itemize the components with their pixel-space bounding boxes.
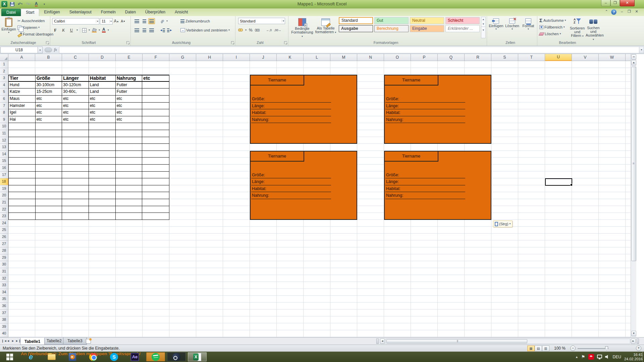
table-cell[interactable] [142, 88, 169, 95]
table-cell[interactable] [142, 82, 169, 88]
table-cell[interactable] [116, 144, 143, 150]
row-header-6[interactable]: 6 [0, 96, 8, 103]
column-header-U[interactable]: U [545, 54, 572, 61]
table-cell[interactable] [62, 165, 89, 171]
taskbar-chrome[interactable] [84, 352, 103, 361]
row-header-35[interactable]: 35 [0, 296, 8, 303]
table-cell[interactable]: etc [36, 116, 62, 123]
table-cell[interactable] [36, 165, 62, 171]
table-cell[interactable] [142, 185, 169, 192]
style-schlecht[interactable]: Schlecht [445, 17, 480, 24]
table-cell[interactable] [142, 158, 169, 164]
font-name-combo[interactable]: Calibri▾ [52, 18, 99, 24]
table-cell[interactable] [36, 192, 62, 199]
table-cell[interactable] [89, 199, 116, 206]
table-cell[interactable] [62, 199, 89, 206]
table-cell[interactable] [9, 206, 36, 213]
row-header-8[interactable]: 8 [0, 109, 8, 116]
table-cell[interactable] [62, 213, 89, 220]
table-cell[interactable] [62, 185, 89, 192]
table-cell[interactable] [142, 103, 169, 109]
table-cell[interactable] [116, 199, 143, 206]
decrease-indent-button[interactable]: ◄ [159, 27, 166, 33]
sort-filter-button[interactable]: AZ Sortierenund Filtern ▾ [570, 17, 585, 38]
hscroll-splitter[interactable] [637, 339, 639, 344]
tiername-card-4[interactable]: TiernameGröße:Länge:Habitat:Nahrung: [384, 151, 491, 220]
column-header-P[interactable]: P [411, 54, 438, 61]
table-cell[interactable] [89, 158, 116, 164]
table-cell[interactable] [9, 165, 36, 171]
formula-input[interactable] [59, 47, 639, 53]
table-cell[interactable]: etc [89, 109, 116, 116]
shrink-font-button[interactable]: A▼ [120, 18, 126, 24]
cut-button[interactable]: ✂Ausschneiden [17, 17, 45, 24]
tab-formeln[interactable]: Formeln [96, 9, 120, 16]
styles-gallery-scroll[interactable]: ▲ ▼ ▼ [481, 17, 486, 38]
row-header-17[interactable]: 17 [0, 172, 8, 179]
column-header-A[interactable]: A [8, 54, 35, 61]
table-cell[interactable] [9, 172, 36, 178]
clear-button[interactable]: Löschen▾ [539, 31, 561, 37]
table-cell[interactable]: Land [89, 82, 116, 88]
fill-button[interactable]: ▼Füllbereich▾ [539, 24, 565, 31]
column-header-F[interactable]: F [143, 54, 169, 61]
table-cell[interactable]: Maus [9, 96, 36, 102]
row-header-10[interactable]: 10 [0, 123, 8, 130]
row-header-33[interactable]: 33 [0, 282, 8, 289]
currency-format-button[interactable] [238, 28, 243, 32]
table-cell[interactable] [116, 151, 143, 158]
close-button[interactable]: ✕ [620, 0, 635, 6]
table-cell[interactable]: etc [36, 109, 62, 116]
style-standard[interactable]: Standard [339, 17, 373, 24]
column-header-T[interactable]: T [518, 54, 545, 61]
fill-color-icon[interactable] [92, 28, 97, 33]
thousands-format-button[interactable]: 000 [255, 28, 260, 32]
table-cell[interactable]: etc [89, 103, 116, 109]
autosum-button[interactable]: ΣAutoSumme▾ [539, 17, 566, 24]
table-cell[interactable] [36, 178, 62, 185]
tray-expand-icon[interactable]: ▲ [575, 355, 578, 359]
table-cell[interactable]: Land [89, 88, 116, 95]
table-cell[interactable]: Futter [116, 82, 143, 88]
column-header-C[interactable]: C [62, 54, 89, 61]
table-cell[interactable] [116, 206, 143, 213]
network-icon[interactable] [597, 355, 602, 358]
table-cell[interactable] [116, 137, 143, 144]
tab-seitenlayout[interactable]: Seitenlayout [65, 9, 96, 16]
table-cell[interactable] [142, 206, 169, 213]
doc-minimize-icon[interactable]: – [619, 9, 625, 15]
name-box[interactable]: U18 [0, 47, 38, 53]
row-header-11[interactable]: 11 [0, 130, 8, 137]
column-header-D[interactable]: D [89, 54, 116, 61]
horizontal-scrollbar[interactable] [385, 339, 630, 344]
row-header-15[interactable]: 15 [0, 158, 8, 165]
table-cell[interactable]: Igel [9, 109, 36, 116]
row-header-23[interactable]: 23 [0, 213, 8, 220]
table-cell[interactable] [36, 213, 62, 220]
tab-ansicht[interactable]: Ansicht [170, 9, 193, 16]
row-header-36[interactable]: 36 [0, 303, 8, 310]
table-cell[interactable] [142, 199, 169, 206]
table-cell[interactable] [89, 151, 116, 158]
hscroll-right-arrow[interactable]: ► [631, 339, 636, 344]
table-cell[interactable] [36, 130, 62, 137]
row-header-38[interactable]: 38 [0, 316, 8, 323]
merge-center-button[interactable]: ↔ Verbinden und zentrieren▾ [180, 27, 230, 34]
table-cell[interactable] [9, 192, 36, 199]
column-header-G[interactable]: G [169, 54, 196, 61]
table-cell[interactable] [62, 178, 89, 185]
increase-indent-button[interactable]: ► [166, 27, 173, 33]
table-cell[interactable]: Hund [9, 82, 36, 88]
table-cell[interactable] [9, 185, 36, 192]
table-cell[interactable] [89, 172, 116, 178]
tab-einfügen[interactable]: Einfügen [39, 9, 64, 16]
table-cell[interactable] [116, 178, 143, 185]
minimize-ribbon-icon[interactable]: ⌃ [604, 9, 609, 15]
table-cell[interactable] [89, 123, 116, 130]
table-cell[interactable] [62, 172, 89, 178]
table-cell[interactable] [36, 199, 62, 206]
table-cell[interactable]: etc [36, 103, 62, 109]
hscroll-left-arrow[interactable]: ◄ [380, 339, 385, 344]
table-cell[interactable] [36, 206, 62, 213]
table-cell[interactable] [9, 123, 36, 130]
